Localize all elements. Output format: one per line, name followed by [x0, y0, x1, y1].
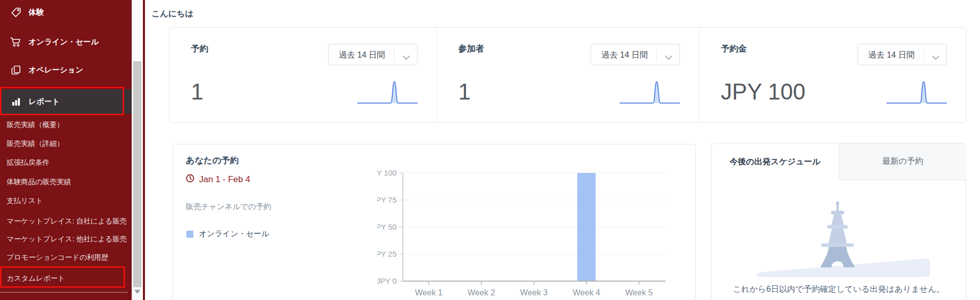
chevron-down-icon: [403, 53, 410, 62]
dropdown-separator: [656, 49, 657, 61]
dashboard-page: 体験オンライン・セールオペレーションレポート 販売実績（概要）販売実績（詳細）拡…: [0, 0, 980, 300]
stat-title-bookings: 予約: [191, 43, 208, 55]
svg-text:JPY 50: JPY 50: [377, 222, 397, 231]
participants-period-value: 過去 14 日間: [601, 50, 648, 61]
stat-title-booking-value: 予約金: [721, 43, 747, 55]
sidebar-item-3[interactable]: レポート: [0, 89, 132, 114]
stat-value-booking-value: JPY 100: [721, 81, 805, 103]
sidebar: 体験オンライン・セールオペレーションレポート 販売実績（概要）販売実績（詳細）拡…: [0, 0, 132, 300]
sidebar-border: [143, 0, 145, 300]
svg-text:JPY 0: JPY 0: [377, 277, 397, 285]
bookings-sparkline: [357, 78, 418, 107]
booking-value-period-dropdown[interactable]: 過去 14 日間: [857, 44, 947, 65]
departures-card: 今後の出発スケジュール 最新の予約 これから6日以内で予約確定している出発はあり…: [711, 143, 966, 300]
report-subitem-3[interactable]: 体験商品の販売実績: [7, 178, 132, 187]
report-subitem-2[interactable]: 拡張払戻条件: [7, 158, 132, 167]
bookings-period-value: 過去 14 日間: [339, 50, 385, 61]
copy-icon: [10, 64, 21, 76]
sidebar-item-label: オペレーション: [29, 65, 83, 75]
legend-swatch: [186, 231, 193, 238]
eiffel-tower-illustration: [807, 201, 868, 274]
stat-section-booking-value: 予約金 過去 14 日間 JPY 100: [699, 28, 966, 122]
bar-chart-icon: [10, 96, 21, 107]
legend-label: オンライン・セール: [199, 229, 269, 239]
chart-subtitle: 販売チャンネルでの予約: [186, 202, 271, 212]
chevron-down-icon: [665, 53, 672, 62]
scroll-down-arrow-icon[interactable]: [134, 290, 140, 294]
svg-text:JPY 75: JPY 75: [377, 195, 397, 204]
bookings-period-dropdown[interactable]: 過去 14 日間: [328, 44, 418, 65]
stat-title-participants: 参加者: [458, 43, 484, 55]
date-range-row[interactable]: Jan 1 - Feb 4: [186, 174, 250, 185]
report-subitem-8[interactable]: カスタムレポート: [7, 274, 132, 283]
svg-text:Week 3: Week 3: [520, 288, 548, 297]
tab-upcoming-departures[interactable]: 今後の出発スケジュール: [712, 143, 839, 180]
bookings-chart-card: あなたの予約 Jan 1 - Feb 4 販売チャンネルでの予約 オンライン・セ…: [173, 144, 696, 300]
sidebar-item-0[interactable]: 体験: [0, 1, 132, 23]
stat-section-participants: 参加者 過去 14 日間 1: [437, 28, 700, 122]
participants-sparkline: [620, 78, 680, 107]
chart-legend: オンライン・セール: [186, 229, 269, 239]
report-subitem-7[interactable]: プロモーションコードの利用歴: [7, 253, 132, 262]
report-subitem-6[interactable]: マーケットプレイス: 他社による販売: [7, 235, 132, 244]
sidebar-divider: [0, 292, 128, 293]
stat-value-bookings: 1: [191, 81, 203, 103]
empty-departures-message: これから6日以内で予約確定している出発はありません。: [712, 284, 966, 295]
report-subitem-5[interactable]: マーケットプレイス: 自社による販売: [7, 217, 132, 226]
scrollbar-thumb[interactable]: [133, 61, 141, 287]
dropdown-separator: [923, 49, 924, 61]
sidebar-item-2[interactable]: オペレーション: [0, 59, 132, 81]
stats-card: 予約 過去 14 日間 1 参加者 過去 14 日間 1: [169, 27, 966, 123]
svg-text:JPY 100: JPY 100: [377, 168, 397, 177]
dropdown-separator: [394, 49, 395, 61]
booking-value-sparkline: [887, 78, 947, 107]
sidebar-scrollbar[interactable]: [132, 0, 143, 300]
bookings-card-title: あなたの予約: [186, 155, 239, 166]
chevron-down-icon: [932, 53, 939, 62]
report-subitem-1[interactable]: 販売実績（詳細）: [7, 139, 132, 148]
svg-text:Week 2: Week 2: [468, 288, 495, 297]
sidebar-item-1[interactable]: オンライン・セール: [0, 31, 132, 53]
sidebar-item-label: 体験: [29, 8, 44, 17]
stat-section-bookings: 予約 過去 14 日間 1: [169, 28, 437, 122]
weekly-bookings-bar-chart: JPY 0JPY 25JPY 50JPY 75JPY 100Week 1Week…: [377, 158, 683, 300]
report-subitem-0[interactable]: 販売実績（概要）: [7, 120, 132, 130]
tab-latest-bookings[interactable]: 最新の予約: [839, 143, 966, 180]
svg-text:Week 1: Week 1: [415, 288, 443, 297]
sidebar-item-label: オンライン・セール: [29, 37, 99, 47]
stat-value-participants: 1: [458, 81, 471, 103]
svg-text:Week 4: Week 4: [573, 288, 600, 297]
date-range-label: Jan 1 - Feb 4: [199, 174, 250, 185]
booking-value-period-value: 過去 14 日間: [868, 50, 915, 61]
cart-icon: [10, 36, 21, 47]
clock-icon: [186, 174, 194, 185]
report-subitem-4[interactable]: 支払リスト: [7, 196, 132, 206]
svg-text:JPY 25: JPY 25: [377, 249, 397, 258]
svg-text:Week 5: Week 5: [625, 288, 653, 297]
sidebar-item-label: レポート: [29, 97, 60, 107]
participants-period-dropdown[interactable]: 過去 14 日間: [591, 44, 680, 65]
tag-icon: [10, 7, 21, 18]
page-greeting: こんにちは: [152, 9, 193, 19]
